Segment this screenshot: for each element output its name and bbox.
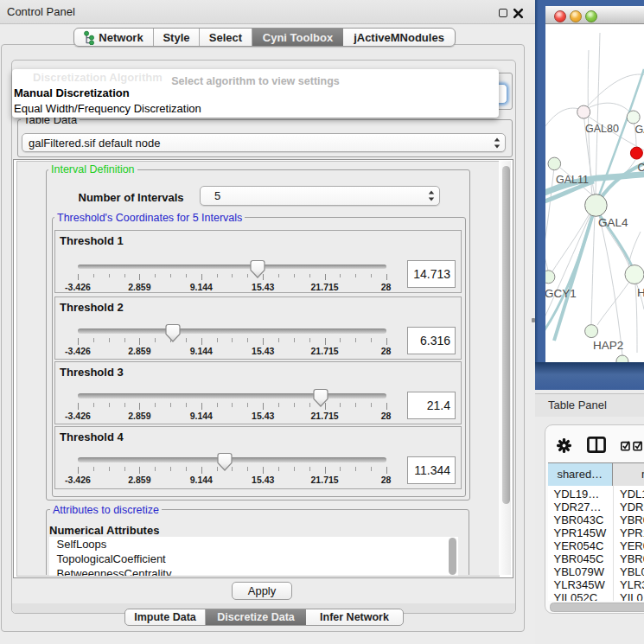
svg-text:C: C [638,162,644,174]
svg-text:GAL1: GAL1 [635,124,644,136]
svg-text:GCY1: GCY1 [545,287,577,300]
svg-text:GAL80: GAL80 [585,123,619,135]
svg-text:H: H [637,286,644,299]
svg-text:GAL11: GAL11 [556,174,589,186]
svg-text:HAP2: HAP2 [593,339,623,352]
svg-text:GAL4: GAL4 [598,216,628,229]
